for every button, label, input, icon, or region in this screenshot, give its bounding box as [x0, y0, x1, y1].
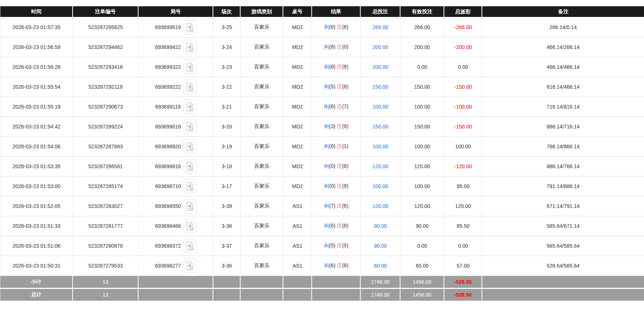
banker-result-label: 庄	[337, 64, 342, 70]
player-result-label: 闲	[324, 203, 329, 209]
valid-bet-cell: 120.00	[400, 157, 444, 177]
video-replay-button[interactable]	[183, 179, 196, 194]
table-row: 2026-03-23 01:54:06 523287287883 6936989…	[0, 137, 644, 157]
total-bet-link[interactable]: 150.00	[372, 84, 388, 90]
result-cell: 闲(5) 庄(8)	[312, 77, 361, 97]
remark-cell: 466.14/266.14	[482, 38, 644, 57]
result-cell: 闲(0) 庄(8)	[312, 157, 361, 177]
remark-cell: 266.14/0.14	[482, 18, 644, 38]
payout-cell: 85.50	[444, 216, 482, 236]
subtotal-empty-table	[283, 276, 312, 289]
grand-total-empty-table	[283, 289, 312, 302]
banker-result-label: 庄	[337, 163, 342, 169]
video-replay-button[interactable]	[183, 79, 196, 94]
game-type-cell: 百家乐	[241, 256, 283, 276]
subtotal-payout: -528.50	[444, 276, 482, 289]
video-replay-button[interactable]	[183, 40, 196, 54]
banker-score: (8)	[342, 64, 348, 70]
table-id-cell: MD2	[283, 177, 312, 197]
valid-bet-cell: 150.00	[400, 77, 444, 97]
total-bet-link[interactable]: 60.00	[374, 263, 387, 269]
result-cell: 闲(6) 庄(8)	[312, 256, 361, 276]
round-cell: 693698372	[139, 236, 213, 256]
total-bet-link[interactable]: 200.00	[372, 64, 388, 70]
banker-result-label: 庄	[337, 183, 342, 189]
total-bet-link[interactable]: 150.00	[372, 124, 388, 130]
time-cell: 2026-03-23 01:53:35	[0, 157, 73, 177]
player-score: (8)	[329, 143, 335, 149]
table-id-cell: MD2	[283, 137, 312, 157]
total-bet-link[interactable]: 120.00	[372, 163, 388, 169]
payout-cell: 100.00	[444, 137, 482, 157]
table-footer: 小计 13 1746.00 1456.00 -528.50 总计 13	[0, 276, 644, 302]
round-id: 693699422	[155, 44, 181, 50]
player-result-label: 闲	[324, 243, 329, 248]
video-replay-button[interactable]	[183, 20, 196, 35]
order-id-cell: 523287286581	[73, 157, 139, 177]
player-score: (8)	[329, 24, 335, 30]
total-bet-link[interactable]: 100.00	[372, 144, 388, 149]
total-bet-cell: 60.00	[361, 256, 400, 276]
video-file-icon	[186, 162, 194, 171]
column-header-time: 时间	[0, 6, 73, 18]
round-id: 693699519	[155, 24, 181, 30]
round-cell: 693698920	[139, 137, 213, 157]
order-id-cell: 523287279533	[73, 256, 139, 276]
table-id-cell: MD2	[283, 38, 312, 57]
total-bet-link[interactable]: 100.00	[372, 104, 388, 110]
result-cell: 闲(0) 庄(9)	[312, 177, 361, 197]
time-cell: 2026-03-23 01:51:33	[0, 216, 73, 236]
column-header-session: 场次	[213, 6, 241, 18]
video-replay-button[interactable]	[183, 258, 196, 273]
video-replay-button[interactable]	[183, 139, 196, 154]
subtotal-row: 小计 13 1746.00 1456.00 -528.50	[0, 276, 644, 289]
video-replay-button[interactable]	[183, 238, 196, 253]
banker-score: (5)	[342, 243, 348, 248]
total-bet-link[interactable]: 120.00	[372, 203, 388, 209]
game-type-cell: 百家乐	[241, 117, 283, 137]
bet-history-table: 时间 注单编号 局号 场次 游戏类别 桌号 结果 总投注 有效投注 总派彩 备注…	[0, 6, 644, 302]
player-result-label: 闲	[324, 103, 329, 109]
game-type-cell: 百家乐	[241, 97, 283, 117]
video-replay-button[interactable]	[183, 60, 196, 74]
remark-cell: 616.14/466.14	[482, 77, 644, 97]
result-cell: 闲(6) 庄(7)	[312, 97, 361, 117]
total-bet-cell: 120.00	[361, 197, 400, 216]
total-bet-link[interactable]: 100.00	[372, 183, 388, 189]
video-replay-button[interactable]	[183, 199, 196, 213]
order-id-cell: 523287290673	[73, 97, 139, 117]
banker-result-label: 庄	[337, 262, 342, 268]
player-score: (6)	[329, 262, 335, 268]
banker-result-label: 庄	[337, 243, 342, 248]
banker-result-label: 庄	[337, 143, 342, 149]
banker-score: (1)	[342, 143, 348, 149]
video-replay-button[interactable]	[183, 99, 196, 114]
game-type-cell: 百家乐	[241, 177, 283, 197]
video-replay-button[interactable]	[183, 119, 196, 134]
player-score: (7)	[329, 203, 335, 209]
valid-bet-cell: 150.00	[400, 117, 444, 137]
remark-cell: 886.14/766.14	[482, 157, 644, 177]
result-cell: 闲(3) 庄(9)	[312, 117, 361, 137]
player-score: (8)	[329, 44, 335, 50]
round-id: 693698550	[155, 203, 181, 209]
total-bet-link[interactable]: 90.00	[374, 243, 387, 249]
session-cell: 3-24	[213, 38, 241, 57]
total-bet-link[interactable]: 90.00	[374, 223, 387, 229]
video-replay-button[interactable]	[183, 159, 196, 174]
column-header-payout: 总派彩	[444, 6, 482, 18]
game-type-cell: 百家乐	[241, 77, 283, 97]
grand-total-empty-game	[241, 289, 283, 302]
round-cell: 693699322	[139, 57, 213, 77]
player-result-label: 闲	[324, 262, 329, 268]
video-replay-button[interactable]	[183, 219, 196, 233]
remark-cell: 866.14/716.14	[482, 117, 644, 137]
total-bet-link[interactable]: 200.00	[372, 44, 388, 50]
total-bet-link[interactable]: 266.00	[372, 24, 388, 30]
subtotal-count: 13	[73, 276, 139, 289]
time-cell: 2026-03-23 01:55:19	[0, 97, 73, 117]
grand-total-label: 总计	[0, 289, 73, 302]
round-id: 693698372	[155, 243, 181, 249]
table-row: 2026-03-23 01:51:33 523287281777 6936984…	[0, 216, 644, 236]
game-type-cell: 百家乐	[241, 157, 283, 177]
